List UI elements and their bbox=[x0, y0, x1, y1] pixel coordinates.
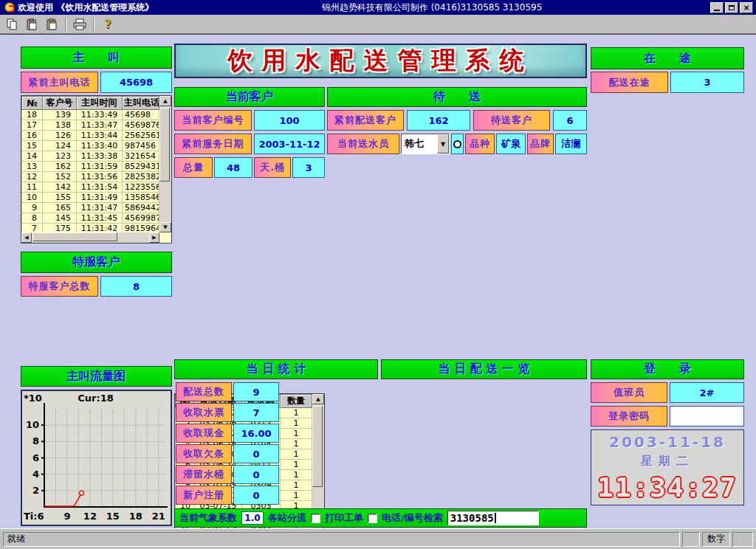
vertical-scrollbar[interactable]: ▲ ▼ bbox=[159, 96, 171, 232]
paste-button[interactable] bbox=[23, 16, 41, 32]
stat-value: 0 bbox=[233, 444, 279, 463]
brand-label: 品牌 bbox=[527, 134, 554, 154]
app-banner: 饮用水配送管理系统 bbox=[174, 44, 587, 78]
table-row[interactable]: 1316211:31:598529431 bbox=[22, 162, 159, 172]
scrollbar-thumb[interactable] bbox=[312, 406, 323, 487]
transit-panel-header: 在 途 bbox=[591, 47, 744, 69]
minimize-icon bbox=[714, 10, 720, 11]
table-row[interactable]: 916511:31:475869442 bbox=[22, 203, 159, 213]
column-header[interactable]: 数量 bbox=[281, 395, 312, 408]
copy-icon bbox=[6, 18, 18, 30]
special-count-value: 8 bbox=[100, 276, 172, 297]
caller-table: №客户号主叫时间主叫电话1813911:33:49456981713811:33… bbox=[21, 95, 172, 244]
print-icon bbox=[73, 18, 86, 30]
svg-text:15: 15 bbox=[106, 511, 120, 522]
table-row[interactable]: 1713811:33:474569876 bbox=[22, 120, 159, 131]
table-row[interactable]: 1813911:33:4945698 bbox=[22, 110, 159, 120]
operator-label: 值班员 bbox=[591, 382, 667, 403]
search-label: 电话/编号检索 bbox=[382, 511, 443, 525]
datetime-panel: 2003-11-18 星期二 11:34:27 bbox=[591, 429, 744, 505]
help-button[interactable]: ? bbox=[99, 16, 117, 32]
table-row[interactable]: 1512411:33:40987456 bbox=[22, 141, 159, 151]
pending-fields-row1: 紧前配送客户 162 待送客户 6 bbox=[327, 110, 587, 131]
table-row[interactable]: 1215211:31:562825382 bbox=[22, 172, 159, 182]
stat-value: 0 bbox=[233, 486, 279, 505]
scroll-down-button[interactable]: ▼ bbox=[159, 222, 171, 232]
column-header[interactable]: № bbox=[22, 97, 43, 110]
restore-button[interactable] bbox=[725, 2, 738, 13]
stat-label: 滞留水桶 bbox=[176, 465, 232, 484]
next-delivery-label: 紧前配送客户 bbox=[327, 110, 404, 131]
password-input[interactable] bbox=[670, 406, 744, 427]
operator-row: 值班员 2# bbox=[591, 382, 744, 403]
kind-value: 矿泉 bbox=[496, 134, 526, 154]
scroll-left-button[interactable]: ◀ bbox=[21, 232, 32, 243]
table-row[interactable]: 717511:31:429815964 bbox=[22, 224, 159, 233]
login-panel-header: 登 录 bbox=[591, 359, 744, 379]
special-count-label: 特服客户总数 bbox=[21, 276, 98, 297]
weather-factor-label: 当前气象系数 bbox=[179, 511, 237, 525]
svg-text:*10: *10 bbox=[24, 393, 42, 404]
svg-text:21: 21 bbox=[152, 511, 165, 522]
print-order-checkbox[interactable] bbox=[368, 514, 377, 523]
scrollbar-thumb[interactable] bbox=[159, 108, 170, 182]
stat-label: 收取现金 bbox=[176, 424, 232, 443]
stat-value: 16.00 bbox=[233, 424, 279, 443]
search-input[interactable]: 3130585 bbox=[447, 511, 539, 525]
flow-chart-header: 主叫流量图 bbox=[21, 366, 172, 387]
titlebar: 欢迎使用 《饮用水配送管理系统》 锦州趋势科技有限公司制作 (0416)3130… bbox=[0, 0, 756, 15]
worker-dropdown[interactable]: 韩七 ▼ bbox=[401, 134, 450, 154]
scrollbar-thumb[interactable] bbox=[32, 232, 117, 241]
paste-icon bbox=[26, 18, 38, 30]
paste-special-button[interactable] bbox=[43, 16, 61, 32]
stat-label: 收取欠条 bbox=[176, 444, 232, 463]
svg-text:4: 4 bbox=[32, 469, 39, 480]
stat-value: 0 bbox=[233, 465, 279, 484]
print-button[interactable] bbox=[71, 16, 89, 32]
caller-flow-chart: *10Cur:18108642Ti:6912151821 bbox=[22, 391, 169, 523]
minimize-button[interactable] bbox=[710, 2, 724, 13]
current-weekday: 星期二 bbox=[641, 454, 694, 469]
transit-count-value: 3 bbox=[670, 72, 744, 93]
worker-label: 当前送水员 bbox=[327, 134, 399, 154]
caller-phone-label: 紧前主叫电话 bbox=[21, 72, 98, 93]
banner-title: 饮用水配送管理系统 bbox=[228, 44, 534, 77]
special-count-row: 特服客户总数 8 bbox=[21, 276, 172, 297]
pending-panel-header: 待 送 bbox=[327, 87, 587, 107]
svg-text:2: 2 bbox=[32, 485, 39, 496]
table-row[interactable]: 1412311:33:38321654 bbox=[22, 151, 159, 162]
svg-text:9: 9 bbox=[63, 511, 70, 522]
weather-factor-input[interactable]: 1.0 bbox=[241, 511, 264, 525]
table-row[interactable]: 1015511:31:491358546 bbox=[22, 193, 159, 203]
worker-select-button[interactable] bbox=[451, 134, 464, 154]
stat-label: 新户注册 bbox=[176, 486, 232, 505]
svg-text:18: 18 bbox=[129, 511, 142, 522]
customer-id-row: 当前客户编号 100 bbox=[174, 110, 325, 131]
pending-fields-row2: 当前送水员 韩七 ▼ 品种 矿泉 品牌 洁澜 bbox=[327, 134, 587, 154]
chevron-down-icon[interactable]: ▼ bbox=[437, 134, 449, 153]
text-caret bbox=[495, 513, 496, 523]
scroll-right-button[interactable]: ▶ bbox=[149, 232, 159, 243]
column-header[interactable]: 客户号 bbox=[43, 97, 77, 110]
column-header[interactable]: 主叫时间 bbox=[77, 97, 123, 110]
circle-icon bbox=[453, 140, 461, 148]
caller-phone-value: 45698 bbox=[100, 72, 172, 93]
password-row: 登录密码 bbox=[591, 406, 744, 427]
scroll-up-button[interactable]: ▲ bbox=[312, 394, 324, 404]
qty-days-row: 总量 48 天.桶 3 bbox=[174, 157, 325, 178]
horizontal-scrollbar[interactable]: ◀ ▶ bbox=[21, 232, 159, 243]
total-qty-value: 48 bbox=[214, 157, 252, 178]
caller-flow-chart-panel: *10Cur:18108642Ti:6912151821 bbox=[21, 390, 172, 526]
column-header[interactable]: 主叫电话 bbox=[123, 97, 159, 110]
scroll-up-button[interactable]: ▲ bbox=[159, 96, 171, 106]
window-title: 欢迎使用 《饮用水配送管理系统》 bbox=[18, 1, 154, 14]
table-row[interactable]: 1612611:33:442562561 bbox=[22, 131, 159, 141]
stat-label: 配送总数 bbox=[176, 382, 232, 401]
copy-button[interactable] bbox=[3, 16, 21, 32]
close-button[interactable]: × bbox=[740, 2, 753, 13]
station-split-checkbox[interactable] bbox=[311, 514, 320, 523]
main-client-area: 主 叫 紧前主叫电话 45698 №客户号主叫时间主叫电话1813911:33:… bbox=[0, 34, 756, 528]
table-row[interactable]: 1114211:31:541223556 bbox=[22, 182, 159, 193]
restore-icon bbox=[729, 5, 735, 10]
table-row[interactable]: 814511:31:454569987 bbox=[22, 213, 159, 224]
